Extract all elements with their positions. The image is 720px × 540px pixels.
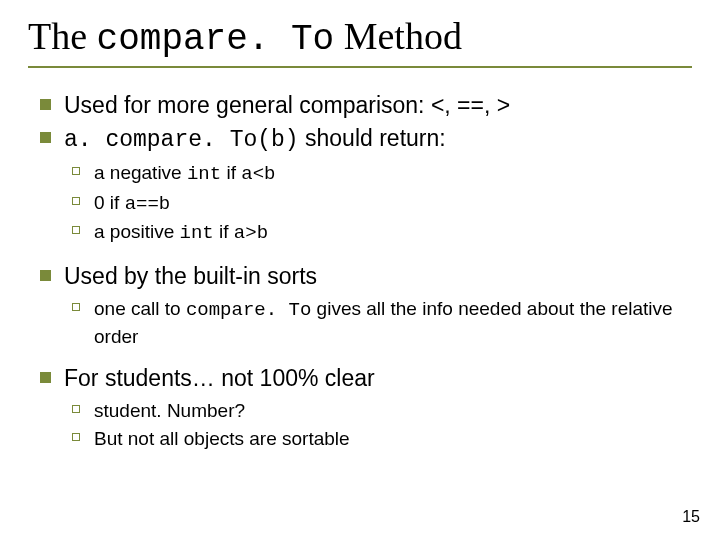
- slide-title: The compare. To Method: [28, 14, 692, 60]
- title-post: Method: [334, 15, 462, 57]
- sub-list-item: a positive int if a>b: [64, 219, 692, 247]
- text-seg: a==b: [125, 193, 171, 215]
- text-seg: a>b: [234, 222, 268, 244]
- sub-list: one call to compare. To gives all the in…: [64, 296, 692, 349]
- list-item-text: For students… not 100% clear: [64, 365, 375, 391]
- text-seg: int: [187, 163, 221, 185]
- text-seg: int: [180, 222, 214, 244]
- list-item: For students… not 100% clearstudent. Num…: [34, 363, 692, 451]
- text-seg: a positive: [94, 221, 180, 242]
- sub-list-item-text: But not all objects are sortable: [94, 428, 350, 449]
- sub-list-item-text: 0 if a==b: [94, 192, 170, 213]
- square-bullet-icon: [40, 372, 51, 383]
- bullet-list: Used for more general comparison: <, ==,…: [34, 90, 692, 452]
- text-seg: For students… not 100% clear: [64, 365, 375, 391]
- title-pre: The: [28, 15, 97, 57]
- text-seg: compare. To: [186, 299, 311, 321]
- text-seg: if: [221, 162, 241, 183]
- sub-list: a negative int if a<b0 if a==ba positive…: [64, 160, 692, 247]
- list-item: Used for more general comparison: <, ==,…: [34, 90, 692, 121]
- page-number: 15: [682, 508, 700, 526]
- title-underline: [28, 66, 692, 68]
- list-item-text: a. compare. To(b) should return:: [64, 125, 446, 151]
- list-item: Used by the built-in sortsone call to co…: [34, 261, 692, 349]
- slide-body: Used for more general comparison: <, ==,…: [28, 90, 692, 452]
- text-seg: a<b: [241, 163, 275, 185]
- sub-list-item: one call to compare. To gives all the in…: [64, 296, 692, 349]
- sub-list-item: student. Number?: [64, 398, 692, 424]
- sub-list: student. Number?But not all objects are …: [64, 398, 692, 451]
- sub-list-item: But not all objects are sortable: [64, 426, 692, 452]
- square-outline-bullet-icon: [72, 226, 80, 234]
- square-bullet-icon: [40, 270, 51, 281]
- text-seg: Used for more general comparison: <, ==,…: [64, 92, 510, 118]
- text-seg: But not all objects are sortable: [94, 428, 350, 449]
- slide: The compare. To Method Used for more gen…: [0, 0, 720, 540]
- text-seg: if: [214, 221, 234, 242]
- text-seg: Used by the built-in sorts: [64, 263, 317, 289]
- square-bullet-icon: [40, 132, 51, 143]
- text-seg: a. compare. To(b): [64, 127, 299, 153]
- square-outline-bullet-icon: [72, 433, 80, 441]
- sub-list-item: a negative int if a<b: [64, 160, 692, 188]
- sub-list-item: 0 if a==b: [64, 190, 692, 218]
- text-seg: student. Number?: [94, 400, 245, 421]
- square-outline-bullet-icon: [72, 197, 80, 205]
- sub-list-item-text: one call to compare. To gives all the in…: [94, 298, 673, 347]
- square-outline-bullet-icon: [72, 405, 80, 413]
- sub-list-item-text: a positive int if a>b: [94, 221, 268, 242]
- list-item-text: Used for more general comparison: <, ==,…: [64, 92, 510, 118]
- title-mono: compare. To: [97, 19, 335, 60]
- text-seg: a negative: [94, 162, 187, 183]
- square-outline-bullet-icon: [72, 303, 80, 311]
- text-seg: should return:: [299, 125, 446, 151]
- list-item: a. compare. To(b) should return:a negati…: [34, 123, 692, 247]
- text-seg: 0 if: [94, 192, 125, 213]
- sub-list-item-text: a negative int if a<b: [94, 162, 275, 183]
- text-seg: one call to: [94, 298, 186, 319]
- list-item-text: Used by the built-in sorts: [64, 263, 317, 289]
- sub-list-item-text: student. Number?: [94, 400, 245, 421]
- square-outline-bullet-icon: [72, 167, 80, 175]
- square-bullet-icon: [40, 99, 51, 110]
